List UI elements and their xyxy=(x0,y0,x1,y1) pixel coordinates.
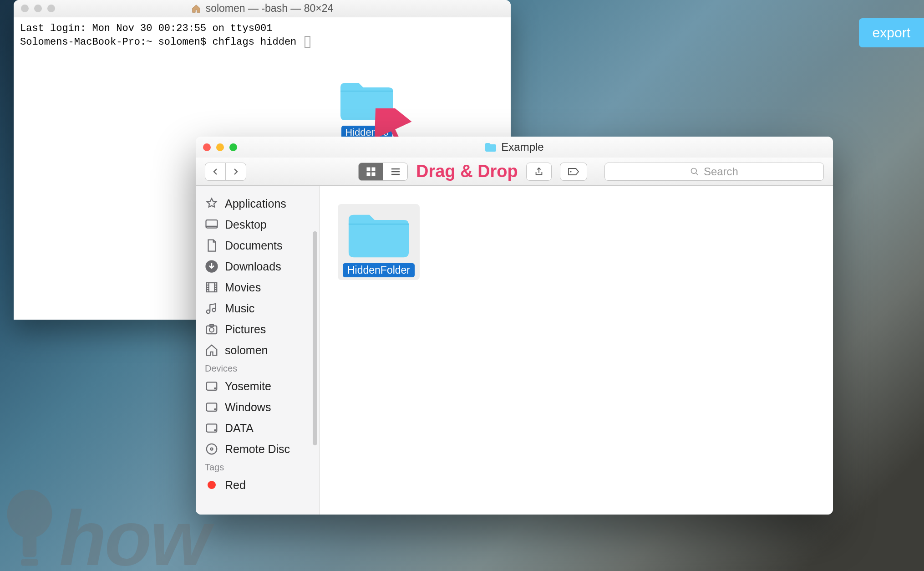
svg-point-29 xyxy=(214,409,216,410)
annotation-label: Drag & Drop xyxy=(416,162,518,181)
chevron-left-icon xyxy=(212,168,219,175)
documents-icon xyxy=(205,239,218,252)
disk-icon xyxy=(205,400,218,414)
svg-point-27 xyxy=(214,388,216,389)
export-tab[interactable]: export xyxy=(859,18,924,47)
back-button[interactable] xyxy=(205,163,226,181)
svg-point-33 xyxy=(211,448,213,450)
sidebar-item-yosemite[interactable]: Yosemite xyxy=(196,376,319,397)
svg-rect-4 xyxy=(372,173,375,176)
close-icon[interactable] xyxy=(21,5,29,12)
minimize-icon[interactable] xyxy=(216,143,224,151)
view-switcher xyxy=(358,163,408,181)
watermark-text: how xyxy=(59,505,208,571)
svg-point-9 xyxy=(691,168,696,173)
share-button[interactable] xyxy=(526,163,552,181)
svg-line-10 xyxy=(696,173,698,175)
icon-view-button[interactable] xyxy=(358,163,383,181)
sidebar-heading-devices: Devices xyxy=(196,361,319,376)
svg-rect-36 xyxy=(21,559,38,566)
svg-point-8 xyxy=(570,171,571,172)
folder-icon xyxy=(338,77,396,123)
sidebar-item-data[interactable]: DATA xyxy=(196,418,319,438)
movies-icon xyxy=(205,280,218,294)
tags-button[interactable] xyxy=(560,163,587,181)
terminal-title: solomen — -bash — 80×24 xyxy=(14,2,511,15)
finder-toolbar: Drag & Drop Search xyxy=(196,158,833,186)
file-item-label: HiddenFolder xyxy=(343,263,415,277)
search-placeholder: Search xyxy=(704,165,738,178)
forward-button[interactable] xyxy=(225,163,246,181)
tag-dot-icon xyxy=(205,478,218,492)
watermark: how xyxy=(0,484,208,571)
dragged-folder[interactable]: HiddenFo xyxy=(335,77,399,139)
chevron-right-icon xyxy=(232,168,239,175)
finder-body: Applications Desktop Documents Downloads xyxy=(196,186,833,515)
bulb-icon xyxy=(0,484,59,571)
sidebar-item-movies[interactable]: Movies xyxy=(196,277,319,298)
finder-title: Example xyxy=(485,141,543,153)
sidebar-item-solomen[interactable]: solomen xyxy=(196,340,319,361)
home-icon xyxy=(205,343,218,357)
list-icon xyxy=(391,167,401,177)
search-field[interactable]: Search xyxy=(604,163,824,181)
finder-sidebar: Applications Desktop Documents Downloads xyxy=(196,186,320,515)
downloads-icon xyxy=(205,260,218,273)
list-view-button[interactable] xyxy=(383,163,408,181)
svg-point-31 xyxy=(214,430,216,431)
home-icon xyxy=(191,4,201,14)
svg-rect-1 xyxy=(367,168,370,171)
terminal-traffic-lights xyxy=(14,5,55,12)
sidebar-item-remote-disc[interactable]: Remote Disc xyxy=(196,438,319,459)
folder-icon xyxy=(345,209,413,260)
grid-icon xyxy=(366,167,376,177)
finder-content[interactable]: HiddenFolder xyxy=(320,186,833,515)
sidebar-tag-red[interactable]: Red xyxy=(196,474,319,495)
pictures-icon xyxy=(205,322,218,336)
export-label: export xyxy=(873,25,910,41)
sidebar-item-applications[interactable]: Applications xyxy=(196,193,319,214)
nav-buttons xyxy=(205,163,246,181)
sidebar-item-music[interactable]: Music xyxy=(196,298,319,319)
sidebar-item-windows[interactable]: Windows xyxy=(196,397,319,418)
svg-point-24 xyxy=(209,327,214,332)
terminal-line: Last login: Mon Nov 30 00:23:55 on ttys0… xyxy=(20,23,273,34)
svg-rect-3 xyxy=(367,173,370,176)
svg-rect-2 xyxy=(372,168,375,171)
disk-icon xyxy=(205,379,218,393)
tag-icon xyxy=(568,167,579,176)
finder-window: Example Drag xyxy=(196,137,833,515)
sidebar-item-desktop[interactable]: Desktop xyxy=(196,214,319,235)
folder-icon xyxy=(485,142,497,152)
sidebar-item-pictures[interactable]: Pictures xyxy=(196,319,319,340)
zoom-icon[interactable] xyxy=(229,143,237,151)
terminal-titlebar[interactable]: solomen — -bash — 80×24 xyxy=(14,0,511,17)
search-icon xyxy=(690,167,699,176)
share-icon xyxy=(534,167,544,177)
cursor-icon xyxy=(305,36,310,48)
svg-point-32 xyxy=(207,444,217,454)
sidebar-scrollbar[interactable] xyxy=(313,231,317,445)
sidebar-heading-tags: Tags xyxy=(196,459,319,474)
zoom-icon[interactable] xyxy=(47,5,55,12)
desktop-icon xyxy=(205,218,218,231)
sidebar-item-documents[interactable]: Documents xyxy=(196,235,319,256)
minimize-icon[interactable] xyxy=(34,5,42,12)
optical-disc-icon xyxy=(205,442,218,456)
music-icon xyxy=(205,301,218,315)
finder-traffic-lights xyxy=(196,137,237,158)
sidebar-item-downloads[interactable]: Downloads xyxy=(196,256,319,277)
svg-rect-35 xyxy=(23,535,36,557)
file-item-hiddenfolder[interactable]: HiddenFolder xyxy=(338,204,420,280)
svg-point-34 xyxy=(7,489,52,538)
terminal-prompt: Solomens-MacBook-Pro:~ solomen$ chflags … xyxy=(20,36,303,48)
applications-icon xyxy=(205,197,218,210)
close-icon[interactable] xyxy=(203,143,211,151)
finder-titlebar[interactable]: Example xyxy=(196,137,833,158)
disk-icon xyxy=(205,421,218,435)
